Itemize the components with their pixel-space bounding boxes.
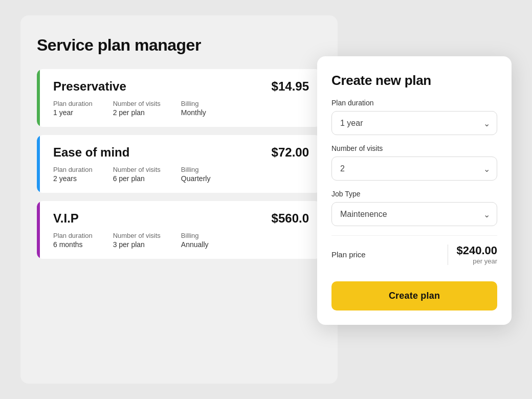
plan-visits-label-preservative: Number of visits bbox=[113, 100, 161, 107]
plan-price-vip: $560.0 bbox=[272, 211, 309, 226]
plan-visits-label-ease-of-mind: Number of visits bbox=[113, 166, 161, 173]
plan-duration-label-ease-of-mind: Plan duration bbox=[53, 166, 93, 173]
plan-billing-item-vip: Billing Annually bbox=[181, 232, 209, 249]
plan-billing-label-vip: Billing bbox=[181, 232, 209, 239]
plan-duration-label: Plan duration bbox=[331, 99, 497, 107]
job-type-select[interactable]: Maintenence Repair Installation Inspecti… bbox=[331, 202, 497, 226]
plan-name-ease-of-mind: Ease of mind bbox=[53, 145, 129, 160]
plan-details-vip: Plan duration 6 months Number of visits … bbox=[49, 232, 309, 249]
plan-billing-label-preservative: Billing bbox=[181, 100, 206, 107]
plan-details-preservative: Plan duration 1 year Number of visits 2 … bbox=[49, 100, 309, 117]
create-plan-button[interactable]: Create plan bbox=[331, 281, 497, 311]
service-panel: Service plan manager Preservative $14.95… bbox=[20, 15, 338, 384]
plan-visits-value-vip: 3 per plan bbox=[113, 240, 161, 249]
plan-duration-value-ease-of-mind: 2 years bbox=[53, 174, 93, 183]
plan-price-preservative: $14.95 bbox=[272, 79, 309, 94]
plan-header-vip: V.I.P $560.0 bbox=[49, 211, 309, 226]
plan-price-amount: $240.00 bbox=[456, 244, 497, 257]
plan-card-preservative[interactable]: Preservative $14.95 Plan duration 1 year… bbox=[37, 69, 321, 127]
create-new-plan-modal: Create new plan Plan duration 1 year 2 y… bbox=[317, 56, 512, 325]
plan-duration-group: Plan duration 1 year 2 years 6 months 3 … bbox=[331, 99, 497, 135]
job-type-label: Job Type bbox=[331, 190, 497, 198]
plan-price-label: Plan price bbox=[331, 250, 439, 259]
plan-card-vip[interactable]: V.I.P $560.0 Plan duration 6 months Numb… bbox=[37, 201, 321, 259]
plan-header-preservative: Preservative $14.95 bbox=[49, 79, 309, 94]
plan-card-ease-of-mind[interactable]: Ease of mind $72.00 Plan duration 2 year… bbox=[37, 135, 321, 193]
plan-billing-value-vip: Annually bbox=[181, 240, 209, 249]
plan-visits-item-preservative: Number of visits 2 per plan bbox=[113, 100, 161, 117]
plan-duration-item-vip: Plan duration 6 months bbox=[53, 232, 93, 249]
number-of-visits-group: Number of visits 1 2 3 4 5 6 ⌄ bbox=[331, 144, 497, 181]
plan-duration-value-preservative: 1 year bbox=[53, 108, 93, 117]
plan-duration-select-wrapper: 1 year 2 years 6 months 3 years ⌄ bbox=[331, 111, 497, 135]
plan-billing-item-ease-of-mind: Billing Quarterly bbox=[181, 166, 211, 183]
plan-price-value: $240.00 per year bbox=[456, 244, 497, 265]
job-type-group: Job Type Maintenence Repair Installation… bbox=[331, 190, 497, 226]
plan-visits-item-ease-of-mind: Number of visits 6 per plan bbox=[113, 166, 161, 183]
plan-duration-value-vip: 6 months bbox=[53, 240, 93, 249]
plan-details-ease-of-mind: Plan duration 2 years Number of visits 6… bbox=[49, 166, 309, 183]
job-type-select-wrapper: Maintenence Repair Installation Inspecti… bbox=[331, 202, 497, 226]
plan-cards-container: Preservative $14.95 Plan duration 1 year… bbox=[37, 69, 321, 259]
modal-title: Create new plan bbox=[331, 73, 497, 88]
plan-price-ease-of-mind: $72.00 bbox=[272, 145, 309, 160]
plan-name-vip: V.I.P bbox=[53, 211, 79, 226]
plan-visits-value-preservative: 2 per plan bbox=[113, 108, 161, 117]
plan-billing-value-ease-of-mind: Quarterly bbox=[181, 174, 211, 183]
plan-billing-value-preservative: Monthly bbox=[181, 108, 206, 117]
plan-visits-label-vip: Number of visits bbox=[113, 232, 161, 239]
plan-visits-value-ease-of-mind: 6 per plan bbox=[113, 174, 161, 183]
number-of-visits-label: Number of visits bbox=[331, 144, 497, 152]
number-of-visits-select-wrapper: 1 2 3 4 5 6 ⌄ bbox=[331, 157, 497, 181]
plan-duration-item-preservative: Plan duration 1 year bbox=[53, 100, 93, 117]
plan-duration-select[interactable]: 1 year 2 years 6 months 3 years bbox=[331, 111, 497, 135]
plan-header-ease-of-mind: Ease of mind $72.00 bbox=[49, 145, 309, 160]
plan-billing-item-preservative: Billing Monthly bbox=[181, 100, 206, 117]
plan-price-divider bbox=[448, 245, 448, 265]
page-title: Service plan manager bbox=[37, 36, 321, 55]
plan-visits-item-vip: Number of visits 3 per plan bbox=[113, 232, 161, 249]
plan-billing-label-ease-of-mind: Billing bbox=[181, 166, 211, 173]
plan-price-period: per year bbox=[456, 257, 497, 265]
plan-price-row: Plan price $240.00 per year bbox=[331, 235, 497, 273]
number-of-visits-select[interactable]: 1 2 3 4 5 6 bbox=[331, 157, 497, 181]
plan-name-preservative: Preservative bbox=[53, 79, 126, 94]
plan-duration-label-vip: Plan duration bbox=[53, 232, 93, 239]
plan-duration-label-preservative: Plan duration bbox=[53, 100, 93, 107]
plan-duration-item-ease-of-mind: Plan duration 2 years bbox=[53, 166, 93, 183]
